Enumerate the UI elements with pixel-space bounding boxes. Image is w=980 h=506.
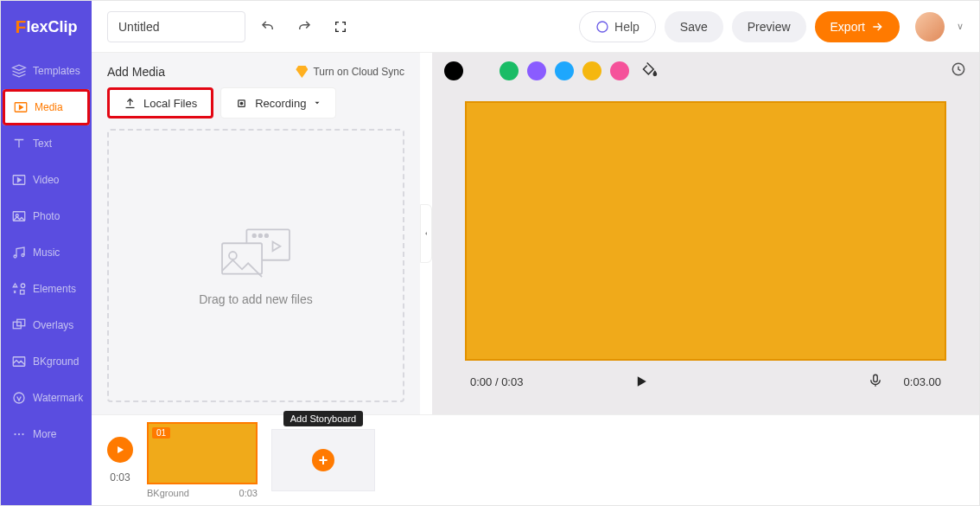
chevron-down-icon [313,99,321,107]
svg-point-17 [240,102,243,105]
clip-index-badge: 01 [152,427,170,439]
play-button[interactable] [631,371,652,392]
timeline-play-button[interactable] [107,437,133,463]
bkground-icon [11,354,27,369]
brand-logo: FlexClip [1,1,92,53]
project-title-input[interactable] [107,11,245,42]
media-panel-title: Add Media [107,65,165,79]
sidebar-item-label: BKground [33,355,79,368]
sidebar-item-video[interactable]: Video [1,162,92,198]
avatar-dropdown-icon[interactable]: ∨ [957,21,964,32]
sidebar-item-label: Music [33,247,60,259]
more-icon [11,426,27,442]
overlays-icon [11,317,27,333]
fill-bucket-icon[interactable] [641,61,659,81]
sidebar-item-overlays[interactable]: Overlays [1,307,92,343]
sidebar-item-music[interactable]: Music [1,234,92,271]
sidebar-item-label: Text [33,138,52,150]
clip-duration: 0:03 [239,488,258,498]
add-storyboard-button[interactable]: Add Storyboard + [271,429,375,491]
save-label: Save [680,20,708,34]
help-button[interactable]: Help [579,11,656,42]
sidebar-item-label: Video [33,174,59,186]
sidebar-item-templates[interactable]: Templates [1,53,92,89]
add-storyboard-tooltip: Add Storyboard [283,411,363,426]
sidebar-item-elements[interactable]: Elements [1,271,92,307]
sidebar-item-label: Overlays [33,319,73,331]
plus-icon: + [312,449,334,471]
color-swatch-black[interactable] [444,61,463,80]
photo-icon [11,208,27,224]
cloud-sync-label: Turn on Cloud Sync [313,66,404,78]
media-panel: Add Media Turn on Cloud Sync Local Files… [92,53,420,414]
color-toolbar [432,53,979,89]
sidebar-item-label: Media [35,101,63,113]
color-swatch-purple[interactable] [527,61,546,80]
recording-button[interactable]: Recording [220,87,336,118]
canvas-area: 0:00 / 0:03 0:03.00 [432,53,979,414]
sidebar-item-text[interactable]: Text [1,125,92,162]
music-icon [11,245,27,260]
undo-button[interactable] [254,13,282,41]
gem-icon [296,66,308,78]
duration-icon[interactable] [950,61,967,81]
svg-point-13 [18,433,20,435]
color-swatch-pink[interactable] [610,61,629,80]
svg-rect-25 [873,375,877,381]
redo-button[interactable] [290,13,318,41]
svg-point-6 [21,284,25,288]
sidebar-item-photo[interactable]: Photo [1,198,92,234]
timeline-bar: 0:03 01 BKground 0:03 Add Storyboard + [92,414,979,505]
sidebar-item-label: Templates [33,65,80,77]
svg-point-21 [265,234,269,238]
preview-frame[interactable] [465,101,946,361]
timeline-clip[interactable]: 01 BKground 0:03 [147,422,258,498]
left-sidebar: FlexClip Templates Media Text Video [1,1,92,505]
microphone-icon[interactable] [868,373,883,391]
export-label: Export [830,20,865,34]
color-swatch-blue[interactable] [555,61,574,80]
video-icon [11,172,27,188]
svg-rect-7 [21,291,25,295]
timeline-play-time: 0:03 [110,471,130,484]
preview-label: Preview [748,20,791,34]
templates-icon [11,63,27,79]
color-swatch-yellow[interactable] [582,61,601,80]
local-files-label: Local Files [143,97,197,110]
clip-name: BKground [147,488,189,498]
sidebar-item-label: More [33,428,56,440]
recording-label: Recording [255,97,306,110]
brand-f: F [16,16,27,37]
fullscreen-button[interactable] [327,13,354,41]
top-toolbar: Help Save Preview Export ∨ [92,1,979,53]
sidebar-item-label: Elements [33,283,76,295]
svg-point-4 [14,255,16,258]
dropzone-illustration-icon [217,225,295,279]
sidebar-item-more[interactable]: More [1,416,92,452]
media-dropzone[interactable]: Drag to add new files [107,129,404,402]
preview-button[interactable]: Preview [732,11,806,42]
svg-point-19 [252,234,256,238]
user-avatar[interactable] [915,12,945,42]
playhead-time: 0:00 / 0:03 [470,375,523,388]
watermark-icon [11,390,27,406]
sidebar-item-bkground[interactable]: BKground [1,343,92,380]
export-button[interactable]: Export [815,11,900,42]
svg-point-14 [22,433,23,435]
svg-point-12 [14,433,16,435]
svg-point-5 [22,254,24,257]
cloud-sync-toggle[interactable]: Turn on Cloud Sync [296,66,404,78]
collapse-panel-handle[interactable] [420,204,432,263]
color-swatch-green[interactable] [500,61,519,80]
brand-rest: lexClip [26,18,77,36]
sidebar-item-watermark[interactable]: Watermark [1,380,92,416]
media-icon [13,99,29,115]
svg-point-20 [259,234,263,238]
total-duration: 0:03.00 [904,375,941,388]
local-files-button[interactable]: Local Files [107,87,213,118]
sidebar-item-media[interactable]: Media [3,89,90,125]
sidebar-item-label: Photo [33,210,60,222]
elements-icon [11,281,27,297]
clip-thumbnail[interactable]: 01 [147,422,258,484]
save-button[interactable]: Save [665,11,723,42]
